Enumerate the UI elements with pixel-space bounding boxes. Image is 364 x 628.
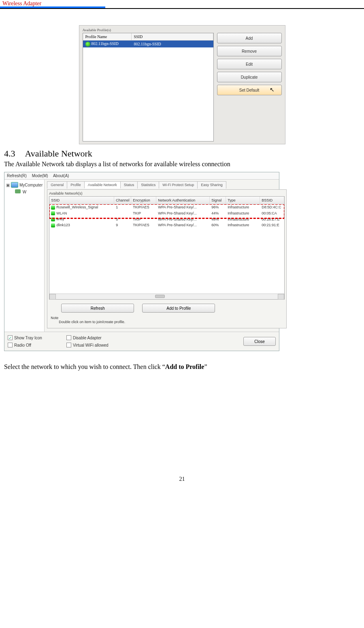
close-button[interactable]: Close bbox=[243, 337, 276, 346]
header-underline bbox=[0, 6, 105, 8]
menu-bar: Refresh(R) Mode(M) About(A) bbox=[4, 172, 279, 180]
virtual-wifi-label: Virtual WiFi allowed bbox=[73, 343, 109, 347]
action-row: Refresh Add to Profile bbox=[49, 300, 285, 315]
networks-label: Available Network(s) bbox=[49, 191, 285, 195]
hdr-bssid[interactable]: BSSID bbox=[260, 197, 284, 204]
tab-statistics[interactable]: Statistics bbox=[137, 181, 159, 189]
signal-icon bbox=[51, 206, 55, 210]
hdr-channel[interactable]: Channel bbox=[114, 197, 131, 204]
tree-pane: ▣ MyComputer W bbox=[4, 180, 45, 332]
duplicate-button[interactable]: Duplicate bbox=[217, 72, 282, 82]
menu-refresh[interactable]: Refresh(R) bbox=[7, 174, 27, 178]
adapter-icon bbox=[15, 189, 21, 193]
virtual-wifi-checkbox[interactable]: Virtual WiFi allowed bbox=[66, 343, 109, 347]
hdr-encryption[interactable]: Encryption bbox=[131, 197, 156, 204]
cell-auth: WPA Pre-Shared Key/... bbox=[156, 216, 210, 222]
signal-icon bbox=[51, 223, 55, 227]
cell-auth: WPA Pre-Shared Key/... bbox=[156, 210, 210, 216]
cell-ssid: Rosewill_Wireless_Signal bbox=[56, 205, 98, 209]
tree-root[interactable]: ▣ MyComputer bbox=[6, 182, 43, 188]
checkbox-unchecked-icon bbox=[66, 343, 71, 347]
tab-bar: General Profile Available Network Status… bbox=[47, 181, 287, 189]
disable-adapter-label: Disable Adapter bbox=[73, 336, 102, 340]
network-row[interactable]: andy 5 TKIP WPA Pre-Shared Key/... 48% I… bbox=[49, 216, 284, 222]
cell-auth: WPA Pre-Shared Key/... bbox=[156, 204, 210, 210]
tab-profile[interactable]: Profile bbox=[67, 181, 85, 189]
cell-channel bbox=[114, 212, 131, 214]
hdr-signal[interactable]: Signal bbox=[210, 197, 226, 204]
tree-child-label: W bbox=[23, 190, 26, 194]
profile-name-value: 802.11bgn-SSID bbox=[92, 41, 119, 46]
horizontal-scrollbar[interactable] bbox=[49, 294, 284, 299]
profile-row-selected[interactable]: 802.11bgn-SSID 802.11bgn-SSID bbox=[83, 41, 213, 47]
profile-list-header: Profile Name SSID bbox=[83, 33, 213, 41]
bottom-bar: ✓ Show Tray Icon Radio Off Disable Adapt… bbox=[4, 332, 279, 351]
tab-status[interactable]: Status bbox=[120, 181, 138, 189]
radio-off-label: Radio Off bbox=[14, 343, 31, 347]
signal-icon bbox=[51, 211, 55, 215]
cell-encryption: TKIP/AES bbox=[131, 222, 156, 228]
main-pane: General Profile Available Network Status… bbox=[45, 180, 289, 332]
network-row[interactable]: dlink123 9 TKIP/AES WPA Pre-Shared Key/.… bbox=[49, 222, 284, 228]
remove-button[interactable]: Remove bbox=[217, 46, 282, 56]
cell-signal: 96% bbox=[210, 204, 226, 210]
tree-collapse-icon[interactable]: ▣ bbox=[6, 183, 10, 187]
cell-bssid: 00:21:91:E bbox=[260, 222, 284, 228]
hdr-auth[interactable]: Network Authentication bbox=[156, 197, 210, 204]
section-title: Available Network bbox=[25, 148, 92, 159]
cell-type: Infrastructure bbox=[226, 204, 260, 210]
page-header: Wireless Adapter bbox=[0, 0, 364, 9]
cell-encryption: TKIP bbox=[131, 210, 156, 216]
profile-list[interactable]: Profile Name SSID 802.11bgn-SSID 802.11b… bbox=[83, 33, 214, 141]
menu-mode[interactable]: Mode(M) bbox=[32, 174, 48, 178]
networks-body[interactable]: Rosewill_Wireless_Signal 1 TKIP/AES WPA … bbox=[49, 204, 284, 294]
profile-ssid-value: 802.11bgn-SSID bbox=[132, 41, 164, 47]
outro-post: ” bbox=[204, 363, 207, 370]
edit-button[interactable]: Edit bbox=[217, 59, 282, 69]
checkbox-unchecked-icon bbox=[66, 335, 71, 340]
utility-window: Refresh(R) Mode(M) About(A) ▣ MyComputer… bbox=[4, 172, 279, 351]
profile-active-icon bbox=[85, 42, 90, 47]
tab-easy-sharing[interactable]: Easy Sharing bbox=[197, 181, 226, 189]
show-tray-label: Show Tray Icon bbox=[14, 336, 42, 340]
disable-adapter-checkbox[interactable]: Disable Adapter bbox=[66, 335, 109, 340]
col-ssid: SSID bbox=[132, 33, 213, 40]
outro-bold: Add to Profile bbox=[165, 363, 204, 370]
menu-about[interactable]: About(A) bbox=[53, 174, 69, 178]
cell-type: Infrastructure bbox=[226, 222, 260, 228]
add-button[interactable]: Add bbox=[217, 33, 282, 43]
cell-bssid: D8:5D:4C:C bbox=[260, 204, 284, 210]
cell-type: Infrastructure bbox=[226, 216, 260, 222]
section-heading: 4.3Available Network bbox=[4, 148, 360, 159]
cell-signal: 44% bbox=[210, 210, 226, 216]
header-title: Wireless Adapter bbox=[0, 0, 41, 7]
note-box: Note Double click on item to join/create… bbox=[49, 315, 285, 326]
tree-child[interactable]: W bbox=[15, 189, 43, 194]
add-to-profile-button[interactable]: Add to Profile bbox=[142, 304, 215, 313]
page-number: 21 bbox=[4, 476, 360, 482]
tab-wps[interactable]: Wi-Fi Protect Setup bbox=[159, 181, 198, 189]
cell-channel: 5 bbox=[114, 216, 131, 222]
note-text: Double click on item to join/create prof… bbox=[59, 320, 283, 324]
cell-type: Infrastructure bbox=[226, 210, 260, 216]
radio-off-checkbox[interactable]: Radio Off bbox=[8, 343, 42, 347]
profiles-group-label: Available Profile(s) bbox=[83, 28, 282, 32]
checkbox-unchecked-icon bbox=[8, 343, 13, 347]
cell-signal: 60% bbox=[210, 222, 226, 228]
profiles-panel: Available Profile(s) Profile Name SSID 8… bbox=[79, 25, 285, 144]
tab-available-network[interactable]: Available Network bbox=[84, 181, 121, 189]
cell-bssid: 00:05:CA bbox=[260, 210, 284, 216]
hdr-type[interactable]: Type bbox=[226, 197, 260, 204]
show-tray-checkbox[interactable]: ✓ Show Tray Icon bbox=[8, 335, 42, 340]
hdr-ssid[interactable]: SSID bbox=[49, 197, 114, 204]
cell-encryption: TKIP/AES bbox=[131, 204, 156, 210]
cell-ssid: WLAN bbox=[56, 211, 67, 215]
scrollbar-thumb[interactable] bbox=[155, 295, 165, 298]
section-number: 4.3 bbox=[4, 148, 15, 159]
tab-general[interactable]: General bbox=[47, 181, 67, 189]
refresh-button[interactable]: Refresh bbox=[61, 304, 134, 313]
network-row[interactable]: WLAN TKIP WPA Pre-Shared Key/... 44% Inf… bbox=[49, 210, 284, 216]
cell-auth: WPA Pre-Shared Key/... bbox=[156, 222, 210, 228]
section-outro: Select the network to which you wish to … bbox=[4, 363, 360, 371]
network-row[interactable]: Rosewill_Wireless_Signal 1 TKIP/AES WPA … bbox=[49, 204, 284, 210]
